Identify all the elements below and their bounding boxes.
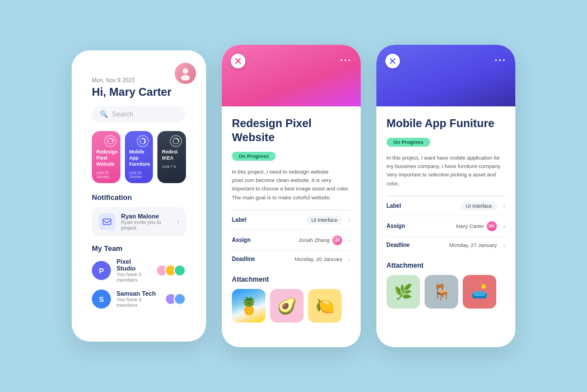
notification-item[interactable]: Ryan Malone Ryan invite you to project. …	[92, 207, 186, 236]
detail-row-deadline-c3[interactable]: Deadline Monday, 27 January ›	[386, 236, 505, 254]
svg-point-1	[181, 75, 190, 81]
svg-point-0	[183, 68, 188, 74]
attachment-section-card2: Attachment	[232, 276, 351, 323]
attachment-chair[interactable]	[425, 275, 458, 309]
team-section-title: My Team	[92, 244, 186, 253]
detail-row-label-c3[interactable]: Label UI Interface ›	[386, 196, 505, 216]
assign-value: Jonah Zhang JZ ›	[299, 235, 351, 245]
attachment-avocado[interactable]	[270, 289, 304, 323]
deadline-arrow: ›	[348, 256, 351, 263]
date-label: Mon, Nov 9 2023	[92, 77, 186, 83]
attachment-pineapple[interactable]	[232, 289, 265, 323]
card3-header: ···	[376, 45, 515, 106]
assign-field-c3: Assign	[386, 223, 416, 229]
assign-arrow-c3: ›	[503, 223, 505, 230]
assign-value-c3: Mary Carter MC ›	[456, 221, 505, 231]
detail-rows-card3: Label UI Interface › Assign Mary Carter …	[386, 195, 505, 254]
assign-avatar-c3: MC	[487, 221, 497, 231]
label-field: Label	[232, 217, 261, 223]
notif-message: Ryan invite you to project.	[121, 220, 171, 231]
detail-row-label[interactable]: Label UI Interface ›	[232, 210, 351, 230]
close-button[interactable]	[231, 54, 245, 68]
avatar-icon	[178, 66, 193, 81]
mail-icon	[99, 213, 115, 230]
label-field-c3: Label	[386, 203, 416, 209]
project-title-mobile: Mobile AppFurniture	[129, 149, 149, 167]
notif-arrow-icon: ›	[177, 218, 179, 226]
attachment-title-card2: Attachment	[232, 276, 351, 283]
label-arrow: ›	[348, 217, 351, 223]
status-badge-card2: On Progress	[232, 152, 276, 161]
attachment-lemon[interactable]	[308, 289, 342, 323]
detail-row-assign-c3[interactable]: Assign Mary Carter MC ›	[386, 216, 505, 236]
label-value: UI Interface ›	[306, 216, 351, 225]
card3-body: Mobile App Funiture On Progress In this …	[376, 106, 515, 318]
assign-avatar: JZ	[332, 235, 342, 245]
deadline-value-c3: Monday, 27 January ›	[449, 242, 505, 249]
project-title-ikea: RedesiIKEA	[162, 149, 181, 161]
detail-rows-card2: Label UI Interface › Assign Jonah Zhang …	[232, 209, 351, 268]
team-avatars-pixel	[156, 264, 186, 277]
phone-card-dashboard: Mon, Nov 9 2023 Hi, Mary Carter 🔍 Search…	[72, 50, 206, 342]
project-card-mobile[interactable]: Mobile AppFurniture Until 10 October	[125, 131, 153, 183]
project-date-ikea: Until 7 N	[162, 165, 181, 169]
card2-body: Redesign Pixel Website On Progress In th…	[222, 106, 361, 332]
search-icon: 🔍	[100, 110, 108, 118]
project-card-redesign[interactable]: RedesignPixel Website Until 20 January	[92, 131, 120, 183]
project-date-redesign: Until 20 January	[96, 171, 116, 179]
progress-icon-pink	[104, 135, 117, 147]
card2-description: In this project, I need to redesign webs…	[232, 167, 351, 202]
search-bar[interactable]: 🔍 Search	[92, 106, 186, 122]
status-badge-card3: On Progress	[386, 138, 430, 147]
assign-field: Assign	[232, 237, 261, 243]
project-date-mobile: Until 10 October	[129, 171, 149, 179]
dashboard-content: Mon, Nov 9 2023 Hi, Mary Carter 🔍 Search…	[82, 64, 196, 326]
phone-card-redesign: ··· Redesign Pixel Website On Progress I…	[222, 45, 361, 347]
more-options-icon-card3[interactable]: ···	[495, 55, 506, 67]
attachment-title-card3: Attachment	[386, 262, 505, 269]
attachment-images-card2	[232, 289, 351, 323]
project-cards: RedesignPixel Website Until 20 January M…	[92, 131, 186, 183]
deadline-field: Deadline	[232, 256, 261, 262]
phone-card-mobile-furniture: ··· Mobile App Funiture On Progress In t…	[376, 45, 515, 347]
detail-row-deadline[interactable]: Deadline Monday, 20 January ›	[232, 250, 351, 268]
team-avatar-pixel: P	[92, 261, 111, 280]
team-info-samsan: Samsan Tech You have 4 members	[117, 290, 159, 308]
progress-icon-dark	[170, 135, 182, 147]
notification-section-title: Notification	[92, 193, 186, 202]
svg-rect-5	[103, 219, 111, 225]
deadline-arrow-c3: ›	[503, 242, 505, 249]
search-placeholder: Search	[112, 110, 133, 118]
notification-text: Ryan Malone Ryan invite you to project.	[121, 213, 171, 231]
progress-icon-blue	[137, 135, 149, 147]
deadline-value: Monday, 20 January ›	[295, 256, 351, 263]
team-info-pixel: Pixel Studio You have 5 members	[117, 258, 150, 283]
project-card-ikea[interactable]: RedesiIKEA Until 7 N	[157, 131, 186, 183]
card3-title: Mobile App Funiture	[386, 116, 505, 130]
team-item-pixel[interactable]: P Pixel Studio You have 5 members	[92, 258, 186, 283]
card2-title: Redesign Pixel Website	[232, 116, 351, 144]
label-value-c3: UI Interface ›	[461, 202, 505, 211]
label-arrow-c3: ›	[503, 203, 505, 209]
greeting-text: Hi, Mary Carter	[92, 86, 186, 99]
attachment-room[interactable]	[463, 275, 496, 309]
team-item-samsan[interactable]: S Samsan Tech You have 4 members	[92, 290, 186, 309]
project-title-redesign: RedesignPixel Website	[96, 149, 116, 167]
assign-arrow: ›	[348, 237, 351, 244]
team-avatars-samsan	[165, 293, 186, 305]
notif-name: Ryan Malone	[121, 213, 171, 220]
close-button-card3[interactable]	[385, 54, 400, 68]
attachment-plant[interactable]	[386, 275, 420, 309]
attachment-section-card3: Attachment	[386, 262, 505, 309]
team-avatar-samsan: S	[92, 290, 111, 309]
detail-row-assign[interactable]: Assign Jonah Zhang JZ ›	[232, 230, 351, 250]
user-avatar	[175, 63, 196, 84]
card3-description: In this project, I want have mobile appl…	[386, 153, 505, 188]
card2-header: ···	[222, 45, 361, 106]
deadline-field-c3: Deadline	[386, 242, 416, 248]
attachment-images-card3	[386, 275, 505, 309]
more-options-icon[interactable]: ···	[340, 55, 352, 67]
